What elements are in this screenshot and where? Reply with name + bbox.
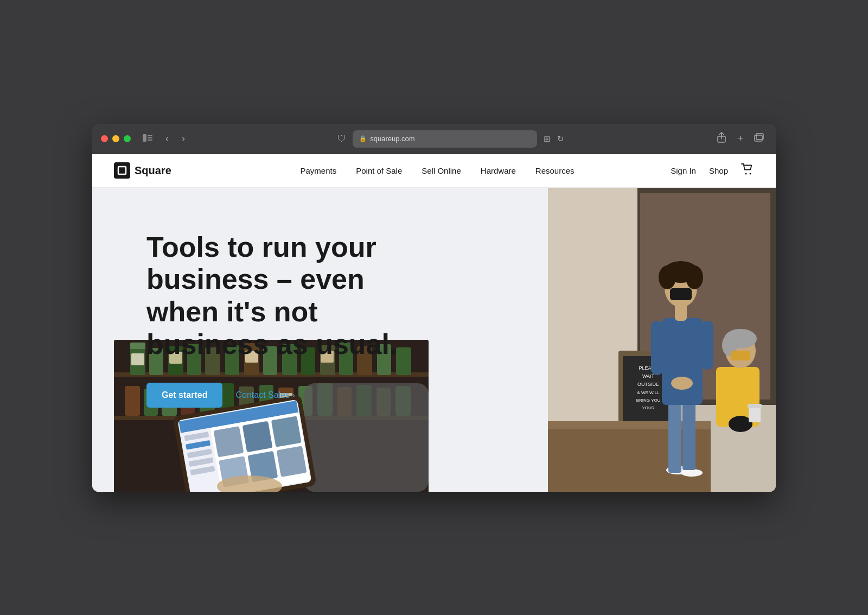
url-text: squareup.com bbox=[370, 135, 414, 143]
browser-window: ‹ › 🛡 🔒 squareup.com ⊞ ↻ + bbox=[92, 124, 776, 492]
svg-text:BRING YOU: BRING YOU bbox=[636, 398, 661, 403]
nav-hardware[interactable]: Hardware bbox=[481, 166, 516, 175]
svg-point-35 bbox=[671, 377, 693, 390]
svg-text:YOUR: YOUR bbox=[642, 405, 654, 410]
svg-point-10 bbox=[750, 173, 751, 174]
nav-resources[interactable]: Resources bbox=[535, 166, 575, 175]
back-button[interactable]: ‹ bbox=[162, 131, 172, 147]
svg-rect-7 bbox=[114, 162, 130, 179]
hero-title: Tools to run your business – even when i… bbox=[146, 231, 429, 361]
svg-text:WAIT: WAIT bbox=[642, 373, 655, 379]
svg-rect-70 bbox=[125, 386, 140, 416]
sidebar-toggle-button[interactable] bbox=[139, 132, 156, 146]
sign-in-link[interactable]: Sign In bbox=[671, 166, 696, 175]
shop-link[interactable]: Shop bbox=[709, 166, 728, 175]
main-nav: Square Payments Point of Sale Sell Onlin… bbox=[92, 154, 776, 188]
svg-rect-55 bbox=[130, 343, 145, 349]
lock-icon: 🔒 bbox=[359, 135, 367, 142]
square-logo-icon bbox=[114, 162, 130, 179]
svg-rect-41 bbox=[670, 288, 692, 300]
hero-buttons: Get started Contact Sales › bbox=[146, 383, 429, 408]
svg-rect-32 bbox=[662, 318, 703, 405]
svg-rect-1 bbox=[148, 135, 152, 136]
get-started-button[interactable]: Get started bbox=[146, 383, 222, 408]
restaurant-scene-svg: PLEASE WAIT OUTSIDE & WE WILL BRING YOU … bbox=[548, 188, 776, 492]
maximize-button[interactable] bbox=[124, 135, 131, 142]
nav-sell-online[interactable]: Sell Online bbox=[422, 166, 461, 175]
nav-right: Sign In Shop bbox=[671, 163, 754, 178]
svg-rect-50 bbox=[748, 404, 762, 408]
contact-sales-link[interactable]: Contact Sales › bbox=[235, 390, 295, 400]
translate-icon[interactable]: ⊞ bbox=[544, 134, 551, 144]
svg-rect-34 bbox=[701, 321, 713, 370]
svg-rect-46 bbox=[731, 351, 750, 360]
address-bar[interactable]: 🔒 squareup.com bbox=[353, 130, 537, 148]
svg-rect-0 bbox=[143, 134, 146, 142]
hero-section: Tools to run your business – even when i… bbox=[92, 188, 776, 492]
svg-point-9 bbox=[745, 173, 747, 174]
svg-point-29 bbox=[681, 469, 703, 477]
cart-icon[interactable] bbox=[741, 163, 754, 178]
svg-text:OUTSIDE: OUTSIDE bbox=[637, 382, 659, 387]
svg-rect-3 bbox=[148, 140, 152, 141]
hero-right-photo: PLEASE WAIT OUTSIDE & WE WILL BRING YOU … bbox=[548, 188, 776, 492]
website-content: Square Payments Point of Sale Sell Onlin… bbox=[92, 154, 776, 492]
svg-rect-2 bbox=[148, 137, 152, 138]
svg-rect-30 bbox=[668, 400, 681, 473]
svg-rect-103 bbox=[242, 421, 273, 452]
logo-text: Square bbox=[135, 164, 171, 177]
traffic-lights bbox=[101, 135, 131, 142]
svg-rect-5 bbox=[755, 135, 762, 141]
nav-links: Payments Point of Sale Sell Online Hardw… bbox=[204, 166, 671, 175]
refresh-icon[interactable]: ↻ bbox=[557, 134, 564, 144]
logo-link[interactable]: Square bbox=[114, 162, 171, 179]
forward-button[interactable]: › bbox=[178, 131, 188, 147]
minimize-button[interactable] bbox=[112, 135, 119, 142]
svg-point-40 bbox=[686, 265, 703, 289]
svg-rect-31 bbox=[682, 400, 695, 470]
share-button[interactable] bbox=[713, 130, 730, 148]
address-bar-area: 🛡 🔒 squareup.com ⊞ ↻ bbox=[195, 130, 707, 148]
svg-rect-107 bbox=[277, 446, 307, 477]
svg-rect-33 bbox=[651, 321, 663, 375]
svg-rect-102 bbox=[213, 426, 244, 457]
svg-rect-104 bbox=[271, 416, 302, 447]
nav-payments[interactable]: Payments bbox=[301, 166, 337, 175]
svg-text:& WE WILL: & WE WILL bbox=[637, 390, 660, 395]
close-button[interactable] bbox=[101, 135, 108, 142]
new-tab-button[interactable]: + bbox=[734, 131, 746, 147]
browser-actions: + bbox=[713, 130, 767, 148]
nav-pos[interactable]: Point of Sale bbox=[356, 166, 402, 175]
hero-content: Tools to run your business – even when i… bbox=[146, 231, 429, 408]
browser-chrome: ‹ › 🛡 🔒 squareup.com ⊞ ↻ + bbox=[92, 124, 776, 154]
svg-point-39 bbox=[659, 265, 676, 289]
tabs-overview-button[interactable] bbox=[751, 131, 767, 147]
shield-icon: 🛡 bbox=[337, 134, 346, 144]
svg-rect-85 bbox=[131, 353, 144, 365]
